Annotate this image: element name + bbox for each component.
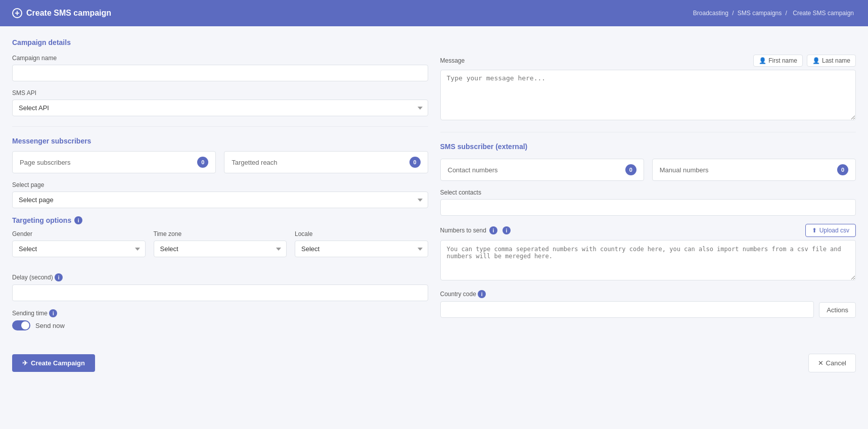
select-page-select[interactable]: Select page: [12, 192, 428, 208]
targeted-reach-box: Targetted reach 0: [224, 151, 428, 173]
numbers-to-send-label: Numbers to send: [440, 227, 486, 234]
page-subscribers-count: 0: [197, 157, 208, 168]
manual-numbers-label: Manual numbers: [660, 166, 709, 174]
targeted-reach-count: 0: [409, 157, 421, 168]
page-title: + Create SMS campaign: [12, 8, 111, 18]
person-icon-2: 👤: [812, 57, 820, 64]
upload-icon: ⬆: [812, 227, 817, 234]
divider-2: [440, 132, 856, 132]
send-icon: ✈: [22, 359, 28, 367]
message-group: Message 👤 First name 👤 Last name: [440, 55, 856, 122]
last-name-btn[interactable]: 👤 Last name: [807, 55, 856, 67]
message-header-btns: 👤 First name 👤 Last name: [753, 55, 856, 67]
person-icon: 👤: [759, 57, 766, 64]
sms-subscriber-section: SMS subscriber (external) Contact number…: [440, 142, 856, 282]
send-now-label: Send now: [35, 322, 65, 329]
timezone-group: Time zone Select: [154, 230, 287, 257]
country-code-input[interactable]: [440, 301, 814, 318]
divider-1: [12, 126, 428, 127]
cancel-btn[interactable]: ✕ Cancel: [808, 354, 856, 372]
numbers-to-send-textarea[interactable]: [440, 240, 856, 280]
right-column: Message 👤 First name 👤 Last name: [440, 55, 856, 339]
left-column: Campaign name SMS API Select API Messeng…: [12, 55, 428, 339]
manual-numbers-count: 0: [837, 164, 848, 175]
numbers-to-send-info-icon[interactable]: i: [489, 226, 497, 234]
sending-time-label: Sending time i: [12, 309, 428, 317]
page-subscribers-box: Page subscribers 0: [12, 151, 216, 173]
gender-group: Gender Select: [12, 230, 146, 257]
country-code-info-icon[interactable]: i: [478, 290, 486, 298]
select-page-group: Select page Select page: [12, 181, 428, 208]
sms-subscriber-title: SMS subscriber (external): [440, 142, 856, 151]
targeted-reach-label: Targetted reach: [232, 159, 277, 166]
contact-numbers-box: Contact numbers 0: [440, 159, 644, 181]
delay-input[interactable]: [12, 284, 428, 301]
breadcrumb: Broadcasting / SMS campaigns / Create SM…: [693, 10, 856, 17]
breadcrumb-sms-campaigns[interactable]: SMS campaigns: [738, 10, 782, 17]
breadcrumb-current: Create SMS campaign: [793, 10, 854, 17]
page-content: Campaign details Campaign name SMS API S…: [0, 26, 868, 395]
x-icon: ✕: [818, 359, 824, 367]
sms-api-group: SMS API Select API: [12, 89, 428, 116]
locale-group: Locale Select: [295, 230, 428, 257]
targeting-fields: Gender Select Time zone Select: [12, 230, 428, 265]
locale-label: Locale: [295, 230, 428, 237]
gender-label: Gender: [12, 230, 146, 237]
campaign-name-label: Campaign name: [12, 55, 428, 62]
contact-numbers-count: 0: [625, 164, 636, 175]
targeting-options-title-row: Targeting options i: [12, 216, 428, 224]
select-contacts-group: Select contacts: [440, 189, 856, 216]
footer-row: ✈ Create Campaign ✕ Cancel: [12, 344, 856, 383]
subscriber-stats-row: Page subscribers 0 Targetted reach 0: [12, 151, 428, 173]
top-bar: + Create SMS campaign Broadcasting / SMS…: [0, 0, 868, 26]
gender-select[interactable]: Select: [12, 241, 146, 257]
country-code-row: Actions: [440, 301, 856, 318]
first-name-btn[interactable]: 👤 First name: [753, 55, 803, 67]
targeting-options-title: Targeting options: [12, 216, 71, 224]
create-campaign-btn[interactable]: ✈ Create Campaign: [12, 354, 95, 372]
country-code-input-wrap: [440, 301, 814, 318]
messenger-subscribers-section: Messenger subscribers Page subscribers 0…: [12, 137, 428, 265]
send-now-row: Send now: [12, 320, 428, 330]
upload-csv-btn[interactable]: ⬆ Upload csv: [805, 224, 856, 237]
numbers-to-send-header: Numbers to send i i ⬆ Upload csv: [440, 224, 856, 237]
select-page-label: Select page: [12, 181, 428, 188]
numbers-to-send-info-icon-2[interactable]: i: [502, 226, 511, 234]
plus-icon: +: [12, 8, 22, 18]
page-subscribers-label: Page subscribers: [20, 159, 70, 166]
send-now-toggle[interactable]: [12, 320, 30, 330]
country-code-group: Country code i Actions: [440, 290, 856, 318]
targeting-options-section: Targeting options i Gender Select Time z…: [12, 216, 428, 265]
country-code-label: Country code i: [440, 290, 856, 298]
contact-numbers-label: Contact numbers: [448, 166, 498, 174]
delay-label: Delay (second) i: [12, 273, 428, 281]
targeting-info-icon[interactable]: i: [74, 216, 82, 224]
timezone-label: Time zone: [154, 230, 287, 237]
numbers-to-send-group: Numbers to send i i ⬆ Upload csv: [440, 224, 856, 282]
campaign-name-input[interactable]: [12, 65, 428, 81]
sms-stats-row: Contact numbers 0 Manual numbers 0: [440, 159, 856, 181]
breadcrumb-broadcasting[interactable]: Broadcasting: [693, 10, 728, 17]
delay-info-icon[interactable]: i: [55, 273, 63, 281]
message-label: Message: [440, 57, 465, 64]
actions-btn[interactable]: Actions: [819, 302, 856, 318]
message-header: Message 👤 First name 👤 Last name: [440, 55, 856, 67]
select-contacts-input[interactable]: [440, 199, 856, 216]
delay-group: Delay (second) i: [12, 273, 428, 301]
sms-api-label: SMS API: [12, 89, 428, 97]
campaign-details-title: Campaign details: [12, 38, 856, 46]
sending-time-info-icon[interactable]: i: [49, 309, 57, 317]
main-layout: Campaign name SMS API Select API Messeng…: [12, 55, 856, 339]
manual-numbers-box: Manual numbers 0: [652, 159, 856, 181]
sms-api-select[interactable]: Select API: [12, 100, 428, 116]
message-textarea[interactable]: [440, 70, 856, 120]
campaign-name-group: Campaign name: [12, 55, 428, 81]
sending-time-group: Sending time i Send now: [12, 309, 428, 330]
messenger-title-row: Messenger subscribers: [12, 137, 428, 151]
locale-select[interactable]: Select: [295, 241, 428, 257]
timezone-select[interactable]: Select: [154, 241, 287, 257]
select-contacts-label: Select contacts: [440, 189, 856, 196]
messenger-subscribers-title: Messenger subscribers: [12, 137, 91, 145]
numbers-to-send-left: Numbers to send i i: [440, 226, 511, 234]
